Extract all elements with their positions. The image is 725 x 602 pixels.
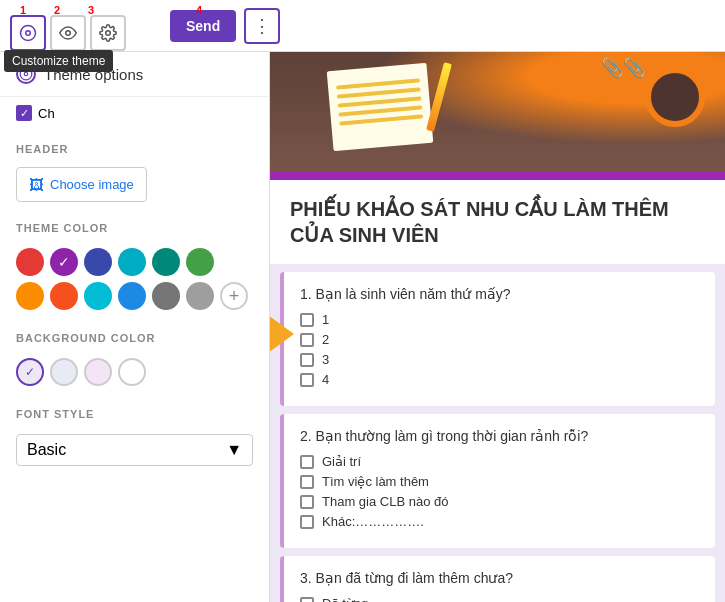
- option-1-4: 4: [300, 372, 699, 387]
- header-bg: 📎📎: [270, 52, 725, 172]
- option-3-1: Đã từng: [300, 596, 699, 602]
- clips-decoration: 📎📎: [601, 57, 645, 79]
- annotation-1: 1: [20, 4, 26, 16]
- toolbar: 1 2 3 4 Send ⋮ Customize theme: [0, 0, 725, 52]
- arrow-annotation: [270, 312, 294, 356]
- form-header-image: 📎📎: [270, 52, 725, 172]
- option-1-2: 2: [300, 332, 699, 347]
- question-1-card: 1. Bạn là sinh viên năm thứ mấy? 1 2 3 4: [280, 272, 715, 406]
- header-section-label: HEADER: [0, 129, 269, 161]
- tooltip: Customize theme: [4, 50, 113, 72]
- option-label-2-4: Khác:…………….: [322, 514, 424, 529]
- theme-panel: Theme options ✓ Ch HEADER 🖼 Choose image…: [0, 52, 270, 602]
- settings-button[interactable]: [90, 15, 126, 51]
- svg-point-0: [21, 25, 36, 40]
- color-blue[interactable]: [118, 282, 146, 310]
- checkbox-1-2[interactable]: [300, 333, 314, 347]
- svg-point-5: [24, 72, 28, 76]
- option-label-1-3: 3: [322, 352, 329, 367]
- color-grey[interactable]: [186, 282, 214, 310]
- option-label-2-3: Tham gia CLB nào đó: [322, 494, 448, 509]
- option-label-1-4: 4: [322, 372, 329, 387]
- notepad-decoration: [327, 63, 434, 151]
- preview-button[interactable]: [50, 15, 86, 51]
- question-1-text: 1. Bạn là sinh viên năm thứ mấy?: [300, 286, 699, 302]
- more-options-button[interactable]: ⋮: [244, 8, 280, 44]
- color-teal[interactable]: [152, 248, 180, 276]
- question-3-text: 3. Bạn đã từng đi làm thêm chưa?: [300, 570, 699, 586]
- option-label-2-2: Tìm việc làm thêm: [322, 474, 429, 489]
- customize-theme-button[interactable]: [10, 15, 46, 51]
- question-2-text: 2. Bạn thường làm gì trong thời gian rản…: [300, 428, 699, 444]
- checkbox-2-3[interactable]: [300, 495, 314, 509]
- theme-color-section-label: THEME COLOR: [0, 208, 269, 240]
- main-content: Theme options ✓ Ch HEADER 🖼 Choose image…: [0, 52, 725, 602]
- bg-color-white[interactable]: [118, 358, 146, 386]
- form-title-card: PHIẾU KHẢO SÁT NHU CẦU LÀM THÊM CỦA SINH…: [270, 172, 725, 264]
- checkbox-checked: ✓: [16, 105, 32, 121]
- send-button[interactable]: Send: [170, 10, 236, 42]
- checkbox-2-2[interactable]: [300, 475, 314, 489]
- option-label-2-1: Giải trí: [322, 454, 361, 469]
- checkbox-label: Ch: [38, 106, 55, 121]
- checkbox-1-4[interactable]: [300, 373, 314, 387]
- bg-color-indigo-light[interactable]: [50, 358, 78, 386]
- checkbox-1-1[interactable]: [300, 313, 314, 327]
- annotation-4: 4: [196, 4, 202, 16]
- color-dark-grey[interactable]: [152, 282, 180, 310]
- color-orange[interactable]: [16, 282, 44, 310]
- font-style-select[interactable]: Basic ▼: [16, 434, 253, 466]
- checkbox-row: ✓ Ch: [0, 97, 269, 129]
- theme-color-grid: ✓ +: [0, 240, 269, 318]
- checkbox-2-1[interactable]: [300, 455, 314, 469]
- option-label-3-1: Đã từng: [322, 596, 368, 602]
- svg-point-2: [66, 30, 71, 35]
- option-label-1-1: 1: [322, 312, 329, 327]
- color-green[interactable]: [186, 248, 214, 276]
- checkbox-1-3[interactable]: [300, 353, 314, 367]
- color-red[interactable]: [16, 248, 44, 276]
- option-2-4: Khác:…………….: [300, 514, 699, 529]
- checkbox-2-4[interactable]: [300, 515, 314, 529]
- form-title: PHIẾU KHẢO SÁT NHU CẦU LÀM THÊM CỦA SINH…: [290, 196, 705, 248]
- choose-image-button[interactable]: 🖼 Choose image: [16, 167, 147, 202]
- option-1-1: 1: [300, 312, 699, 327]
- add-color-button[interactable]: +: [220, 282, 248, 310]
- form-preview: 📎📎 PHIẾU KHẢO SÁT NHU CẦU LÀM THÊM CỦA S…: [270, 52, 725, 602]
- font-style-section-label: FONT STYLE: [0, 394, 269, 426]
- option-2-1: Giải trí: [300, 454, 699, 469]
- coffee-decoration: [645, 67, 705, 127]
- question-2-card: 2. Bạn thường làm gì trong thời gian rản…: [280, 414, 715, 548]
- bg-color-purple-active[interactable]: ✓: [16, 358, 44, 386]
- bg-color-grid: ✓: [0, 350, 269, 394]
- question-3-card: 3. Bạn đã từng đi làm thêm chưa? Đã từng: [280, 556, 715, 602]
- chevron-down-icon: ▼: [226, 441, 242, 459]
- option-1-3: 3: [300, 352, 699, 367]
- option-2-3: Tham gia CLB nào đó: [300, 494, 699, 509]
- color-deep-orange[interactable]: [50, 282, 78, 310]
- color-purple-active[interactable]: ✓: [50, 248, 78, 276]
- bg-color-section-label: BACKGROUND COLOR: [0, 318, 269, 350]
- bg-color-pink-light[interactable]: [84, 358, 112, 386]
- font-style-value: Basic: [27, 441, 66, 459]
- checkbox-3-1[interactable]: [300, 597, 314, 603]
- color-light-cyan[interactable]: [84, 282, 112, 310]
- option-2-2: Tìm việc làm thêm: [300, 474, 699, 489]
- svg-point-3: [106, 30, 111, 35]
- image-icon: 🖼: [29, 176, 44, 193]
- pencil-decoration: [426, 62, 452, 132]
- annotation-3: 3: [88, 4, 94, 16]
- color-cyan[interactable]: [118, 248, 146, 276]
- svg-point-1: [26, 30, 31, 35]
- color-indigo[interactable]: [84, 248, 112, 276]
- option-label-1-2: 2: [322, 332, 329, 347]
- annotation-2: 2: [54, 4, 60, 16]
- choose-image-label: Choose image: [50, 177, 134, 192]
